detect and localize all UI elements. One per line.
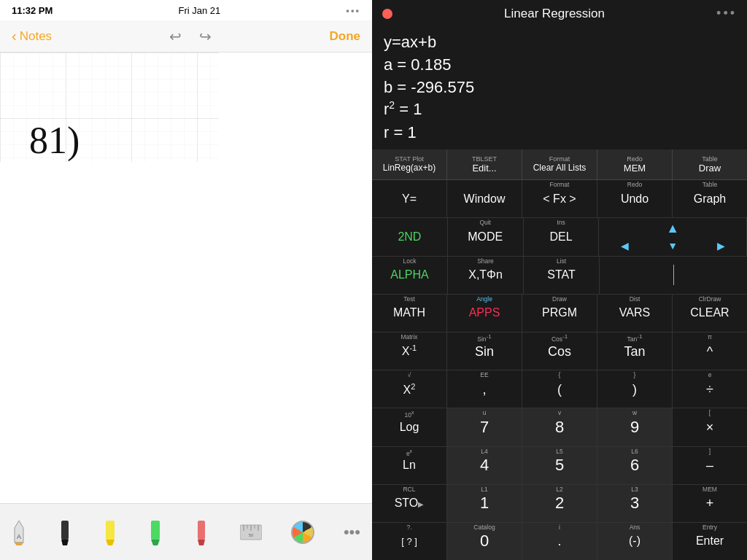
key-sto-top: RCL <box>372 486 446 493</box>
key-math-label: MATH <box>393 307 425 319</box>
key-arrow-right[interactable]: ▶ <box>697 240 745 252</box>
key-arrow-up[interactable]: ▲ <box>600 221 745 236</box>
key-xinv[interactable]: Matrix X-1 <box>372 332 447 370</box>
key-xtfn[interactable]: Share X,TΦn <box>448 257 524 294</box>
key-4[interactable]: L4 4 <box>447 447 522 484</box>
key-0-label: 0 <box>480 533 489 549</box>
key-stat[interactable]: List STAT <box>524 257 600 294</box>
key-log[interactable]: 10x Log <box>372 408 447 446</box>
key-8[interactable]: v 8 <box>522 408 597 446</box>
key-window[interactable]: Window <box>447 180 522 217</box>
key-enter[interactable]: Entry Enter <box>673 523 747 560</box>
key-clear-top: ClrDraw <box>673 296 747 303</box>
marker-black-tool[interactable] <box>55 516 74 548</box>
more-options-button[interactable]: ••• <box>341 520 363 545</box>
svg-rect-7 <box>106 521 115 540</box>
key-caret[interactable]: π ^ <box>673 332 747 370</box>
redo-button[interactable]: ↪ <box>199 28 212 45</box>
pencil-a-icon: A <box>12 519 26 545</box>
display-line-3: b = -296.575 <box>384 77 735 99</box>
key-dot[interactable]: i . <box>522 523 597 560</box>
key-tan[interactable]: Tan-1 Tan <box>597 332 673 370</box>
linreg-sublabel: STAT Plot <box>375 155 444 163</box>
display-line-1: y=ax+b <box>384 31 735 54</box>
key-arrow-left[interactable]: ◀ <box>600 240 649 252</box>
key-prgm[interactable]: Draw PRGM <box>522 295 597 332</box>
key-2nd[interactable]: 2ND <box>372 218 448 255</box>
calculator-display: y=ax+b a = 0.185 b = -296.575 r2 = 1 r =… <box>372 24 747 149</box>
key-9[interactable]: w 9 <box>597 408 673 446</box>
key-clear[interactable]: ClrDraw CLEAR <box>673 295 747 332</box>
key-sto[interactable]: RCL STO▶ <box>372 485 447 522</box>
key-cos[interactable]: Cos-1 Cos <box>522 332 597 370</box>
key-apps[interactable]: Angle APPS <box>447 295 522 332</box>
key-arrow-down[interactable]: ▼ <box>649 240 697 252</box>
key-fx[interactable]: Format < Fx > <box>522 180 597 217</box>
key-math[interactable]: Test MATH <box>372 295 447 332</box>
key-vars[interactable]: Dist VARS <box>597 295 673 332</box>
key-row-10: ?. [ ? ] Catalog 0 i . Ans (-) Entry Ent… <box>372 523 747 560</box>
key-alpha-top: Lock <box>372 258 447 265</box>
key-row-6: √ X2 EE , { ( } ) e ÷ <box>372 370 747 408</box>
key-comma[interactable]: EE , <box>447 370 522 408</box>
key-undo[interactable]: Redo Undo <box>597 180 673 217</box>
key-graph[interactable]: Table Graph <box>673 180 747 217</box>
key-1[interactable]: L1 1 <box>447 485 522 522</box>
key-plus-top: MEM <box>673 486 747 493</box>
done-button[interactable]: Done <box>330 29 361 44</box>
key-alpha[interactable]: Lock ALPHA <box>372 257 448 294</box>
key-sin[interactable]: Sin-1 Sin <box>447 332 522 370</box>
key-2[interactable]: L2 2 <box>522 485 597 522</box>
clear-sublabel: Format <box>525 155 594 163</box>
key-row-4: Test MATH Angle APPS Draw PRGM Dist VARS… <box>372 295 747 332</box>
svg-marker-12 <box>198 540 205 545</box>
key-ln[interactable]: ex Ln <box>372 447 447 484</box>
mem-button[interactable]: Redo MEM <box>597 149 673 179</box>
highlighter-yellow-tool[interactable] <box>101 516 120 548</box>
key-apps-label: APPS <box>469 307 500 319</box>
key-minus[interactable]: ] – <box>673 447 747 484</box>
ruler-icon: 50 <box>240 519 262 545</box>
draw-button[interactable]: Table Draw <box>673 149 747 179</box>
key-plus[interactable]: MEM + <box>673 485 747 522</box>
key-vars-label: VARS <box>619 307 650 319</box>
key-3-label: 3 <box>630 495 639 511</box>
key-3[interactable]: L3 3 <box>597 485 673 522</box>
key-help-label: [ ? ] <box>401 537 417 546</box>
marker-pink-tool[interactable] <box>192 516 211 548</box>
key-div[interactable]: e ÷ <box>673 370 747 408</box>
key-yeq[interactable]: Y= <box>372 180 447 217</box>
undo-button[interactable]: ↩ <box>169 28 182 45</box>
notes-canvas[interactable]: 81) <box>0 52 372 503</box>
key-xsq[interactable]: √ X2 <box>372 370 447 408</box>
key-mul[interactable]: [ × <box>673 408 747 446</box>
key-neg[interactable]: Ans (-) <box>597 523 673 560</box>
down-arrow-icon: ▼ <box>667 240 678 252</box>
calc-close-button[interactable] <box>382 9 392 19</box>
clear-all-lists-button[interactable]: Format Clear All Lists <box>522 149 597 179</box>
key-help[interactable]: ?. [ ? ] <box>372 523 447 560</box>
key-xinv-top: Matrix <box>372 334 446 341</box>
key-3-top: L3 <box>597 486 672 493</box>
key-del[interactable]: Ins DEL <box>524 218 600 255</box>
key-7[interactable]: u 7 <box>447 408 522 446</box>
key-0[interactable]: Catalog 0 <box>447 523 522 560</box>
key-undo-label: Undo <box>621 193 649 205</box>
pencil-tool-a[interactable]: A <box>9 516 29 548</box>
key-2-label: 2 <box>555 495 564 511</box>
edit-button[interactable]: TBLSET Edit... <box>447 149 522 179</box>
notes-status-bar: 11:32 PM Fri Jan 21 ••• <box>0 0 372 20</box>
key-6[interactable]: L6 6 <box>597 447 673 484</box>
ruler-tool[interactable]: 50 <box>237 516 265 548</box>
key-lparen[interactable]: { ( <box>522 370 597 408</box>
status-date: Fri Jan 21 <box>178 5 220 16</box>
key-row-7: 10x Log u 7 v 8 w 9 [ × <box>372 408 747 446</box>
linreg-button[interactable]: STAT Plot LinReg(ax+b) <box>372 149 447 179</box>
back-button[interactable]: ‹ Notes <box>12 28 52 44</box>
key-5[interactable]: L5 5 <box>522 447 597 484</box>
key-rparen[interactable]: } ) <box>597 370 673 408</box>
calculator-header: Linear Regression ••• <box>372 0 747 24</box>
highlighter-green-tool[interactable] <box>146 516 165 548</box>
color-picker-button[interactable] <box>291 521 314 544</box>
key-mode[interactable]: Quit MODE <box>448 218 524 255</box>
